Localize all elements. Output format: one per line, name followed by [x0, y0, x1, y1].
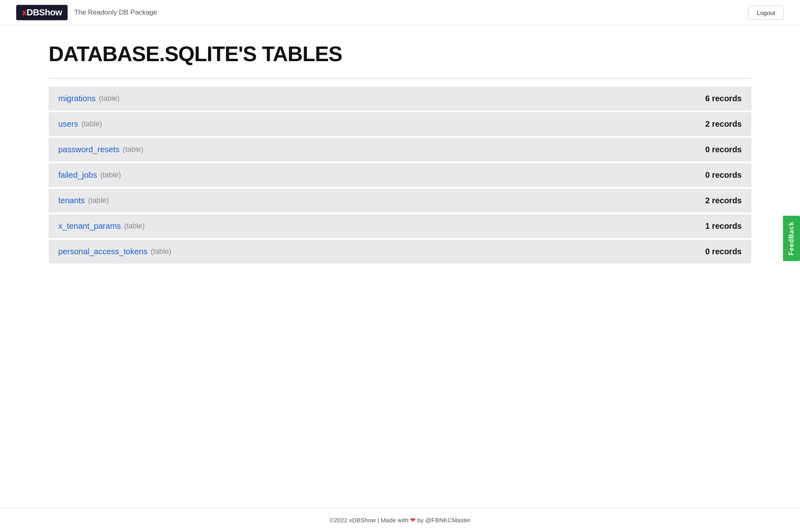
footer: ©2022 xDBShow | Made with ❤ by @FBNKCMas… [0, 508, 800, 532]
table-row-left: tenants(table) [58, 196, 109, 205]
table-row[interactable]: failed_jobs(table)0 records [49, 163, 751, 187]
table-records: 1 records [705, 221, 742, 231]
table-name: personal_access_tokens [58, 247, 147, 256]
table-records: 2 records [705, 196, 742, 205]
heart-icon: ❤ [410, 517, 417, 523]
logo: xDBShow [16, 5, 68, 20]
table-name: x_tenant_params [58, 221, 121, 231]
table-row[interactable]: password_resets(table)0 records [49, 138, 751, 162]
table-name: migrations [58, 94, 96, 103]
table-type: (table) [100, 171, 121, 179]
logo-x: x [22, 7, 27, 17]
table-row[interactable]: users(table)2 records [49, 112, 751, 136]
table-type: (table) [81, 120, 102, 128]
table-type: (table) [99, 94, 119, 103]
table-row-left: personal_access_tokens(table) [58, 247, 171, 256]
table-type: (table) [151, 247, 171, 256]
table-name: failed_jobs [58, 170, 97, 180]
header: xDBShow The Readonly DB Package Logout [0, 0, 800, 26]
page-title: DATABASE.SQLITE'S TABLES [49, 42, 751, 66]
main-content: DATABASE.SQLITE'S TABLES migrations(tabl… [0, 26, 800, 508]
table-row[interactable]: tenants(table)2 records [49, 189, 751, 213]
footer-author-name: @FBNKCMaster [425, 517, 470, 523]
header-left: xDBShow The Readonly DB Package [16, 5, 157, 20]
logout-button[interactable]: Logout [748, 6, 784, 20]
table-row-left: users(table) [58, 119, 102, 129]
table-row[interactable]: x_tenant_params(table)1 records [49, 214, 751, 238]
table-name: password_resets [58, 145, 119, 154]
feedback-wrapper: FeedBack [783, 216, 800, 263]
footer-by: by [417, 517, 423, 523]
table-records: 2 records [705, 119, 742, 129]
section-divider [49, 78, 751, 79]
table-type: (table) [123, 145, 143, 154]
table-records: 0 records [705, 170, 742, 180]
footer-copyright: ©2022 xDBShow [330, 517, 376, 523]
table-records: 0 records [705, 145, 742, 154]
table-row[interactable]: migrations(table)6 records [49, 87, 751, 111]
table-type: (table) [124, 222, 145, 230]
feedback-button[interactable]: FeedBack [783, 216, 800, 262]
table-records: 6 records [705, 94, 742, 103]
table-type: (table) [88, 196, 109, 205]
footer-made-with: Made with [381, 517, 408, 523]
table-list: migrations(table)6 recordsusers(table)2 … [49, 87, 751, 264]
table-row-left: x_tenant_params(table) [58, 221, 145, 231]
table-records: 0 records [705, 247, 742, 256]
table-name: tenants [58, 196, 85, 205]
table-row-left: failed_jobs(table) [58, 170, 121, 180]
header-subtitle: The Readonly DB Package [74, 9, 157, 17]
table-row-left: migrations(table) [58, 94, 119, 103]
logo-text: DBShow [27, 7, 62, 17]
table-name: users [58, 119, 78, 129]
table-row[interactable]: personal_access_tokens(table)0 records [49, 240, 751, 264]
table-row-left: password_resets(table) [58, 145, 143, 154]
